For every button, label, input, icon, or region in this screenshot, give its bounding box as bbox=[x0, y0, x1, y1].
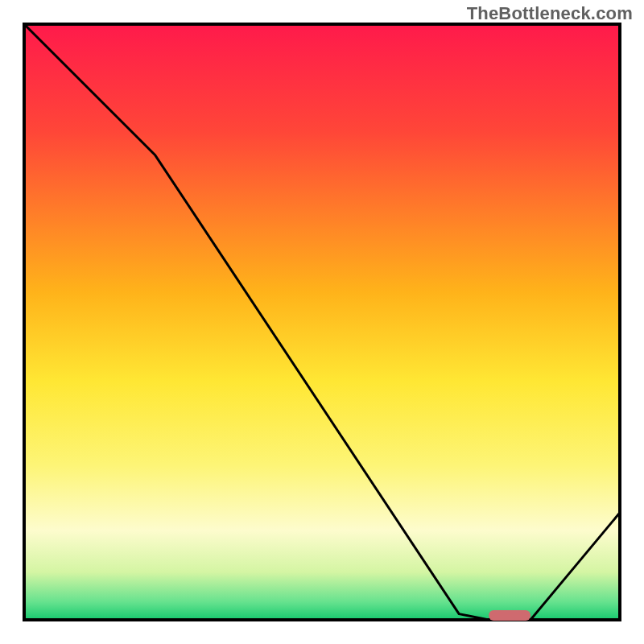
optimal-zone-marker bbox=[489, 610, 530, 621]
chart-stage: TheBottleneck.com bbox=[0, 0, 644, 644]
bottleneck-chart bbox=[0, 0, 644, 644]
